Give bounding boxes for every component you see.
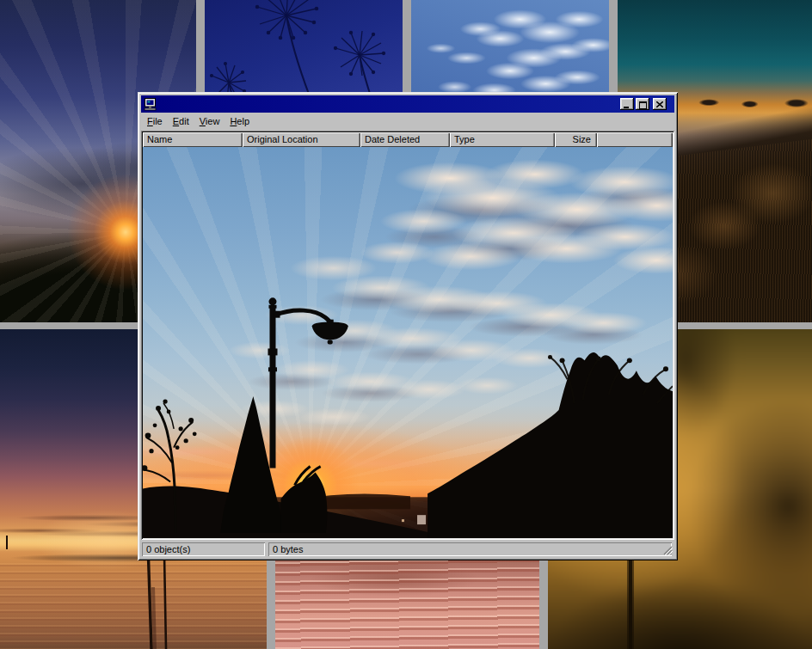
minimize-icon bbox=[624, 102, 631, 108]
window-recycle-bin: File Edit View Help Name Original Locati… bbox=[138, 92, 678, 560]
sunset-silhouettes-icon bbox=[143, 147, 673, 538]
column-header-row: Name Original Location Date Deleted Type… bbox=[143, 132, 673, 147]
status-object-count: 0 object(s) bbox=[142, 542, 265, 556]
menu-file[interactable]: File bbox=[142, 114, 168, 129]
file-list-frame: Name Original Location Date Deleted Type… bbox=[141, 131, 674, 540]
maximize-icon bbox=[639, 101, 647, 109]
column-header-type[interactable]: Type bbox=[450, 132, 555, 147]
resize-grip[interactable] bbox=[662, 545, 673, 555]
column-header-filler[interactable] bbox=[597, 132, 673, 147]
water-ripples-texture bbox=[275, 553, 539, 649]
status-size: 0 bytes bbox=[268, 542, 672, 556]
status-bar: 0 object(s) 0 bytes bbox=[141, 542, 674, 557]
menu-edit[interactable]: Edit bbox=[168, 114, 194, 129]
menu-help[interactable]: Help bbox=[225, 114, 255, 129]
column-header-date-deleted[interactable]: Date Deleted bbox=[360, 132, 450, 147]
street-lamp-silhouette-icon bbox=[268, 297, 348, 468]
column-header-name[interactable]: Name bbox=[143, 132, 243, 147]
window-titlebar[interactable] bbox=[141, 95, 674, 113]
close-button[interactable] bbox=[653, 98, 667, 110]
computer-icon[interactable] bbox=[144, 97, 157, 111]
column-header-original-location[interactable]: Original Location bbox=[243, 132, 360, 147]
menu-view[interactable]: View bbox=[194, 114, 225, 129]
maximize-button[interactable] bbox=[636, 98, 649, 110]
minimize-button[interactable] bbox=[620, 98, 634, 110]
menu-bar: File Edit View Help bbox=[141, 113, 674, 130]
column-header-size[interactable]: Size bbox=[555, 132, 597, 147]
file-list-area[interactable] bbox=[143, 147, 673, 538]
close-icon bbox=[656, 101, 663, 107]
